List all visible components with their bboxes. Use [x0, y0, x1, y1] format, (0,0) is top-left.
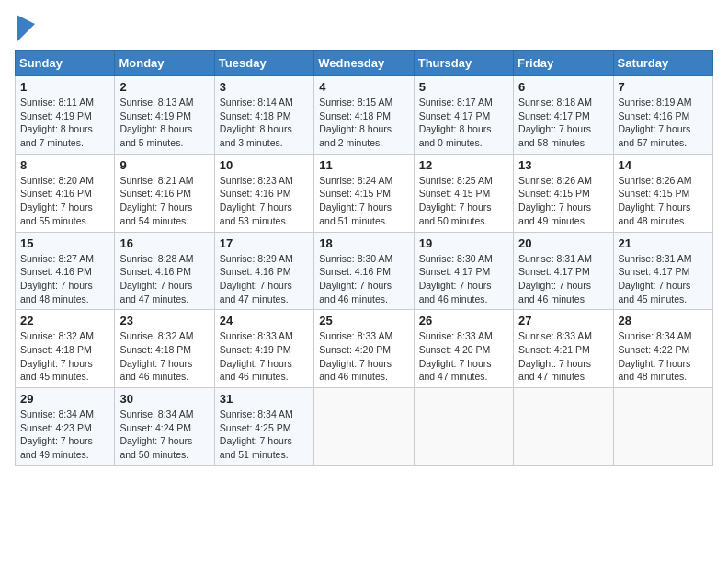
day-info: Sunrise: 8:24 AM Sunset: 4:15 PM Dayligh…	[319, 174, 408, 228]
day-number: 30	[119, 392, 209, 406]
day-info: Sunrise: 8:33 AM Sunset: 4:20 PM Dayligh…	[419, 329, 508, 384]
weekday-header: Thursday	[414, 51, 513, 76]
svg-marker-0	[17, 15, 35, 42]
calendar-day-cell: 4 Sunrise: 8:15 AM Sunset: 4:18 PM Dayli…	[314, 76, 414, 155]
day-info: Sunrise: 8:14 AM Sunset: 4:18 PM Dayligh…	[220, 96, 309, 150]
day-number: 25	[319, 314, 408, 327]
day-number: 20	[518, 236, 608, 250]
calendar-day-cell	[514, 388, 613, 466]
calendar-day-cell: 14 Sunrise: 8:26 AM Sunset: 4:15 PM Dayl…	[613, 154, 712, 232]
day-number: 16	[119, 236, 209, 250]
page-header	[15, 15, 713, 42]
calendar-day-cell: 15 Sunrise: 8:27 AM Sunset: 4:16 PM Dayl…	[16, 232, 115, 310]
day-number: 27	[518, 314, 608, 327]
day-info: Sunrise: 8:26 AM Sunset: 4:15 PM Dayligh…	[518, 174, 608, 228]
day-number: 18	[319, 236, 408, 250]
calendar-day-cell: 2 Sunrise: 8:13 AM Sunset: 4:19 PM Dayli…	[115, 76, 214, 155]
day-info: Sunrise: 8:26 AM Sunset: 4:15 PM Dayligh…	[619, 174, 708, 228]
day-number: 7	[619, 80, 708, 94]
calendar-week-row: 1 Sunrise: 8:11 AM Sunset: 4:19 PM Dayli…	[16, 76, 713, 155]
weekday-header: Tuesday	[214, 51, 313, 76]
day-number: 14	[619, 158, 708, 172]
day-number: 6	[518, 80, 608, 94]
day-number: 3	[220, 80, 309, 94]
day-info: Sunrise: 8:32 AM Sunset: 4:18 PM Dayligh…	[20, 329, 109, 384]
day-number: 4	[319, 80, 408, 94]
calendar-day-cell: 1 Sunrise: 8:11 AM Sunset: 4:19 PM Dayli…	[16, 76, 115, 155]
day-info: Sunrise: 8:34 AM Sunset: 4:22 PM Dayligh…	[619, 329, 708, 384]
day-info: Sunrise: 8:34 AM Sunset: 4:23 PM Dayligh…	[20, 408, 109, 462]
day-number: 2	[119, 80, 209, 94]
calendar-table: SundayMondayTuesdayWednesdayThursdayFrid…	[15, 50, 713, 466]
calendar-day-cell: 8 Sunrise: 8:20 AM Sunset: 4:16 PM Dayli…	[16, 154, 115, 232]
calendar-day-cell: 26 Sunrise: 8:33 AM Sunset: 4:20 PM Dayl…	[414, 310, 513, 388]
day-info: Sunrise: 8:28 AM Sunset: 4:16 PM Dayligh…	[119, 252, 209, 306]
day-number: 17	[220, 236, 309, 250]
day-number: 22	[20, 314, 109, 327]
calendar-day-cell: 24 Sunrise: 8:33 AM Sunset: 4:19 PM Dayl…	[214, 310, 313, 388]
day-info: Sunrise: 8:33 AM Sunset: 4:20 PM Dayligh…	[319, 329, 408, 384]
calendar-day-cell: 19 Sunrise: 8:30 AM Sunset: 4:17 PM Dayl…	[414, 232, 513, 310]
day-number: 12	[419, 158, 508, 172]
day-info: Sunrise: 8:25 AM Sunset: 4:15 PM Dayligh…	[419, 174, 508, 228]
day-number: 19	[419, 236, 508, 250]
calendar-day-cell: 16 Sunrise: 8:28 AM Sunset: 4:16 PM Dayl…	[115, 232, 214, 310]
day-number: 8	[20, 158, 109, 172]
day-info: Sunrise: 8:11 AM Sunset: 4:19 PM Dayligh…	[20, 96, 109, 150]
logo-icon	[17, 15, 35, 42]
day-info: Sunrise: 8:19 AM Sunset: 4:16 PM Dayligh…	[619, 96, 708, 150]
calendar-body: 1 Sunrise: 8:11 AM Sunset: 4:19 PM Dayli…	[16, 76, 713, 466]
day-info: Sunrise: 8:33 AM Sunset: 4:19 PM Dayligh…	[220, 329, 309, 384]
weekday-header: Wednesday	[314, 51, 414, 76]
day-info: Sunrise: 8:34 AM Sunset: 4:25 PM Dayligh…	[220, 408, 309, 462]
day-info: Sunrise: 8:20 AM Sunset: 4:16 PM Dayligh…	[20, 174, 109, 228]
day-info: Sunrise: 8:31 AM Sunset: 4:17 PM Dayligh…	[518, 252, 608, 306]
day-info: Sunrise: 8:32 AM Sunset: 4:18 PM Dayligh…	[119, 329, 209, 384]
calendar-day-cell: 13 Sunrise: 8:26 AM Sunset: 4:15 PM Dayl…	[514, 154, 613, 232]
day-info: Sunrise: 8:23 AM Sunset: 4:16 PM Dayligh…	[220, 174, 309, 228]
day-number: 15	[20, 236, 109, 250]
calendar-day-cell: 31 Sunrise: 8:34 AM Sunset: 4:25 PM Dayl…	[214, 388, 313, 466]
calendar-day-cell: 27 Sunrise: 8:33 AM Sunset: 4:21 PM Dayl…	[514, 310, 613, 388]
calendar-week-row: 15 Sunrise: 8:27 AM Sunset: 4:16 PM Dayl…	[16, 232, 713, 310]
day-number: 21	[619, 236, 708, 250]
weekday-header: Saturday	[613, 51, 712, 76]
day-number: 26	[419, 314, 508, 327]
day-number: 24	[220, 314, 309, 327]
calendar-day-cell	[314, 388, 414, 466]
day-number: 31	[220, 392, 309, 406]
day-info: Sunrise: 8:18 AM Sunset: 4:17 PM Dayligh…	[518, 96, 608, 150]
calendar-day-cell: 10 Sunrise: 8:23 AM Sunset: 4:16 PM Dayl…	[214, 154, 313, 232]
day-info: Sunrise: 8:15 AM Sunset: 4:18 PM Dayligh…	[319, 96, 408, 150]
weekday-row: SundayMondayTuesdayWednesdayThursdayFrid…	[16, 51, 713, 76]
day-number: 23	[119, 314, 209, 327]
calendar-week-row: 29 Sunrise: 8:34 AM Sunset: 4:23 PM Dayl…	[16, 388, 713, 466]
calendar-day-cell: 3 Sunrise: 8:14 AM Sunset: 4:18 PM Dayli…	[214, 76, 313, 155]
day-number: 13	[518, 158, 608, 172]
day-info: Sunrise: 8:33 AM Sunset: 4:21 PM Dayligh…	[518, 329, 608, 384]
day-number: 1	[20, 80, 109, 94]
calendar-day-cell: 23 Sunrise: 8:32 AM Sunset: 4:18 PM Dayl…	[115, 310, 214, 388]
calendar-day-cell: 17 Sunrise: 8:29 AM Sunset: 4:16 PM Dayl…	[214, 232, 313, 310]
calendar-day-cell: 18 Sunrise: 8:30 AM Sunset: 4:16 PM Dayl…	[314, 232, 414, 310]
calendar-day-cell: 20 Sunrise: 8:31 AM Sunset: 4:17 PM Dayl…	[514, 232, 613, 310]
calendar-day-cell	[414, 388, 513, 466]
calendar-day-cell: 21 Sunrise: 8:31 AM Sunset: 4:17 PM Dayl…	[613, 232, 712, 310]
calendar-week-row: 8 Sunrise: 8:20 AM Sunset: 4:16 PM Dayli…	[16, 154, 713, 232]
day-info: Sunrise: 8:34 AM Sunset: 4:24 PM Dayligh…	[119, 408, 209, 462]
day-info: Sunrise: 8:21 AM Sunset: 4:16 PM Dayligh…	[119, 174, 209, 228]
day-number: 11	[319, 158, 408, 172]
weekday-header: Friday	[514, 51, 613, 76]
calendar-day-cell: 30 Sunrise: 8:34 AM Sunset: 4:24 PM Dayl…	[115, 388, 214, 466]
calendar-day-cell: 6 Sunrise: 8:18 AM Sunset: 4:17 PM Dayli…	[514, 76, 613, 155]
calendar-day-cell: 11 Sunrise: 8:24 AM Sunset: 4:15 PM Dayl…	[314, 154, 414, 232]
day-info: Sunrise: 8:29 AM Sunset: 4:16 PM Dayligh…	[220, 252, 309, 306]
calendar-day-cell	[613, 388, 712, 466]
calendar-day-cell: 28 Sunrise: 8:34 AM Sunset: 4:22 PM Dayl…	[613, 310, 712, 388]
calendar-day-cell: 7 Sunrise: 8:19 AM Sunset: 4:16 PM Dayli…	[613, 76, 712, 155]
day-number: 9	[119, 158, 209, 172]
day-number: 5	[419, 80, 508, 94]
calendar-day-cell: 12 Sunrise: 8:25 AM Sunset: 4:15 PM Dayl…	[414, 154, 513, 232]
day-number: 28	[619, 314, 708, 327]
day-number: 10	[220, 158, 309, 172]
